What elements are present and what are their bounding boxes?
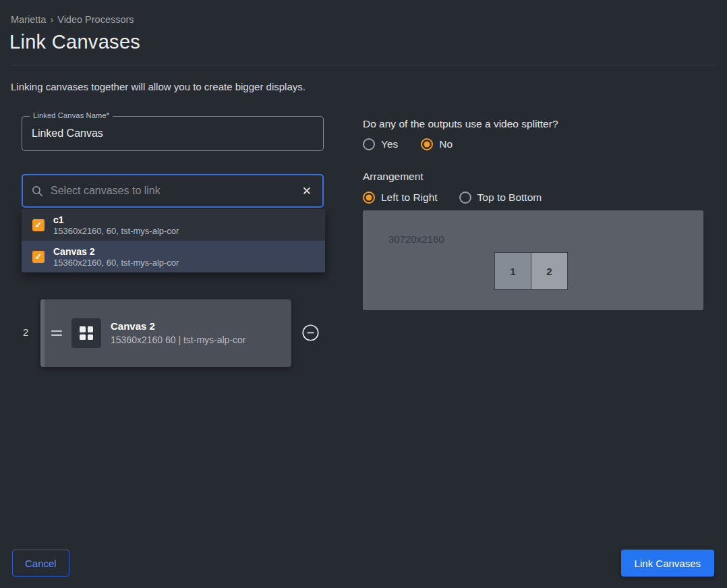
canvas-card-subtitle: 15360x2160 60 | tst-mys-alp-cor — [111, 334, 251, 347]
canvas-card-text: Canvas 2 15360x2160 60 | tst-mys-alp-cor — [111, 320, 251, 347]
drag-handle-icon[interactable] — [51, 328, 62, 339]
required-asterisk: * — [107, 111, 109, 119]
remove-canvas-button[interactable] — [301, 324, 320, 342]
splitter-radio-group: Yes No — [363, 138, 453, 150]
header-divider — [11, 65, 716, 65]
radio-top-to-bottom-label: Top to Bottom — [477, 192, 542, 204]
radio-left-to-right-icon[interactable] — [363, 192, 375, 204]
canvas-option-title: Canvas 2 — [53, 246, 179, 257]
breadcrumb-item-marietta[interactable]: Marietta — [11, 14, 46, 25]
radio-yes[interactable]: Yes — [363, 138, 398, 150]
link-canvases-button[interactable]: Link Canvases — [621, 550, 714, 577]
radio-left-to-right[interactable]: Left to Right — [363, 192, 438, 204]
canvas-option-text: Canvas 2 15360x2160, 60, tst-mys-alp-cor — [53, 246, 179, 268]
radio-top-to-bottom-icon[interactable] — [459, 192, 471, 204]
canvas-option-checkbox[interactable]: ✓ — [32, 251, 45, 263]
canvas-search-field: ✕ — [22, 174, 324, 208]
radio-no[interactable]: No — [421, 138, 453, 150]
clear-search-icon[interactable]: ✕ — [299, 184, 314, 198]
linked-canvas-name-field: Linked Canvas Name* — [22, 116, 324, 151]
radio-left-to-right-label: Left to Right — [381, 192, 438, 204]
canvas-option-subtitle: 15360x2160, 60, tst-mys-alp-cor — [53, 258, 179, 268]
canvas-option-canvas-2[interactable]: ✓ Canvas 2 15360x2160, 60, tst-mys-alp-c… — [22, 241, 325, 272]
radio-yes-icon[interactable] — [363, 138, 375, 150]
radio-no-icon[interactable] — [421, 138, 433, 150]
preview-tiles: 1 2 — [494, 252, 568, 290]
breadcrumb-separator: › — [50, 14, 53, 25]
canvas-option-title: c1 — [53, 214, 179, 225]
arrangement-radio-group: Left to Right Top to Bottom — [363, 192, 542, 204]
canvas-option-checkbox[interactable]: ✓ — [32, 219, 45, 231]
canvas-search-input[interactable] — [51, 185, 293, 197]
minus-circle-icon — [301, 324, 320, 342]
linked-canvas-name-label-text: Linked Canvas Name — [33, 111, 107, 119]
canvas-option-subtitle: 15360x2160, 60, tst-mys-alp-cor — [53, 226, 179, 236]
radio-top-to-bottom[interactable]: Top to Bottom — [459, 192, 542, 204]
arrangement-preview-panel: 30720x2160 1 2 — [363, 210, 703, 310]
canvas-card-title: Canvas 2 — [111, 320, 251, 332]
preview-tile-1: 1 — [494, 252, 531, 290]
linked-canvas-name-label: Linked Canvas Name* — [30, 111, 113, 119]
canvas-dropdown: ✓ c1 15360x2160, 60, tst-mys-alp-cor ✓ C… — [22, 209, 325, 272]
linked-canvas-name-input[interactable] — [22, 117, 323, 150]
arrangement-label: Arrangement — [363, 171, 424, 183]
canvas-option-text: c1 15360x2160, 60, tst-mys-alp-cor — [53, 214, 179, 236]
preview-tile-2: 2 — [531, 252, 568, 290]
page-title: Link Canvases — [9, 31, 140, 53]
radio-yes-label: Yes — [381, 138, 398, 150]
radio-no-label: No — [439, 138, 453, 150]
breadcrumb: Marietta›Video Processors — [11, 14, 134, 25]
splitter-question: Do any of the outputs use a video splitt… — [363, 118, 558, 130]
canvas-row-index: 2 — [23, 326, 28, 338]
canvas-grid-icon — [71, 318, 101, 348]
search-icon — [31, 185, 44, 198]
preview-resolution: 30720x2160 — [388, 233, 444, 245]
selected-canvas-card[interactable]: Canvas 2 15360x2160 60 | tst-mys-alp-cor — [40, 299, 291, 367]
page-subtitle: Linking canvases together will allow you… — [11, 81, 306, 92]
cancel-button[interactable]: Cancel — [12, 550, 69, 577]
canvas-option-c1[interactable]: ✓ c1 15360x2160, 60, tst-mys-alp-cor — [22, 209, 325, 241]
breadcrumb-item-video-processors[interactable]: Video Processors — [57, 14, 134, 25]
